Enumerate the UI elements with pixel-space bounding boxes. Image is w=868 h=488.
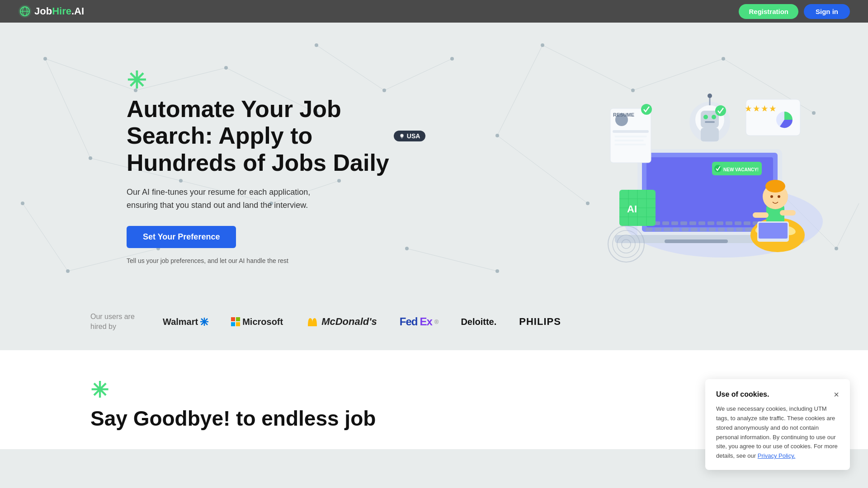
- signin-button[interactable]: Sign in: [804, 4, 850, 19]
- logo: JobHire.AI: [18, 5, 84, 18]
- svg-point-27: [89, 156, 92, 160]
- svg-rect-70: [673, 228, 679, 231]
- svg-point-46: [495, 269, 499, 273]
- walmart-star-icon: [200, 318, 208, 326]
- svg-point-35: [495, 134, 499, 137]
- navbar: JobHire.AI Registration Sign in: [0, 0, 868, 23]
- cookie-text: We use necessary cookies, including UTM …: [716, 404, 839, 461]
- asterisk-decoration: ✳: [127, 69, 425, 92]
- svg-rect-78: [745, 228, 752, 231]
- svg-rect-135: [236, 317, 240, 321]
- hero-title-text: Automate Your Job Search: Apply to Hundr…: [127, 96, 389, 177]
- logo-text: JobHire.AI: [34, 5, 84, 17]
- registration-button[interactable]: Registration: [739, 4, 798, 19]
- svg-line-19: [836, 203, 859, 249]
- svg-rect-68: [655, 228, 661, 231]
- svg-rect-136: [231, 322, 235, 326]
- svg-point-31: [541, 43, 544, 47]
- svg-point-123: [765, 180, 785, 192]
- svg-rect-64: [735, 221, 741, 225]
- svg-point-99: [641, 104, 652, 115]
- svg-point-88: [715, 105, 726, 116]
- svg-point-114: [608, 226, 644, 262]
- svg-rect-61: [708, 221, 714, 225]
- svg-text:NEW VACANCY!: NEW VACANCY!: [723, 167, 759, 172]
- svg-rect-56: [662, 221, 669, 225]
- brand-deloitte: Deloitte.: [461, 317, 496, 327]
- navbar-actions: Registration Sign in: [739, 4, 850, 19]
- svg-text:AI: AI: [627, 203, 637, 215]
- brand-fedex: FedEx®: [400, 315, 439, 328]
- privacy-policy-link[interactable]: Privacy Policy.: [758, 452, 796, 459]
- svg-rect-75: [718, 228, 725, 231]
- mcdonalds-logo-icon: [306, 316, 319, 327]
- svg-rect-77: [736, 228, 743, 231]
- svg-point-129: [778, 195, 780, 198]
- hero-content: ✳ Automate Your Job Search: Apply to Hun…: [127, 60, 425, 266]
- lower-title: Say Goodbye! to endless job: [90, 406, 778, 431]
- hero-hint: Tell us your job preferences, and let ou…: [127, 257, 288, 264]
- svg-rect-58: [680, 221, 687, 225]
- location-icon: [399, 133, 405, 139]
- svg-point-82: [703, 115, 708, 119]
- svg-rect-96: [614, 140, 644, 141]
- svg-point-90: [714, 165, 722, 172]
- set-preference-button[interactable]: Set Your Preference: [127, 226, 236, 248]
- hero-title: Automate Your Job Search: Apply to Hundr…: [127, 96, 425, 177]
- svg-point-38: [66, 269, 70, 273]
- svg-rect-71: [682, 228, 689, 231]
- svg-point-23: [43, 57, 47, 61]
- brands-label: Our users are hired by: [90, 312, 136, 332]
- svg-rect-69: [664, 228, 670, 231]
- svg-rect-84: [705, 121, 715, 123]
- svg-line-14: [497, 45, 542, 136]
- cookie-banner: Use of cookies. × We use necessary cooki…: [705, 379, 850, 470]
- svg-rect-134: [231, 317, 235, 321]
- svg-rect-97: [614, 144, 646, 145]
- svg-rect-72: [691, 228, 698, 231]
- brand-philips: PHILIPS: [519, 316, 561, 328]
- svg-rect-63: [726, 221, 732, 225]
- svg-line-16: [23, 203, 68, 271]
- svg-point-83: [712, 115, 716, 119]
- svg-point-86: [708, 94, 712, 98]
- microsoft-logo-icon: [231, 317, 240, 326]
- lower-asterisk-decoration: ✳: [90, 377, 778, 403]
- svg-rect-59: [689, 221, 696, 225]
- svg-point-41: [835, 247, 838, 250]
- brand-walmart: Walmart: [163, 317, 208, 327]
- svg-text:RESUME: RESUME: [613, 112, 634, 117]
- logo-icon: [18, 5, 32, 18]
- cookie-close-button[interactable]: ×: [834, 390, 839, 399]
- svg-rect-65: [744, 221, 750, 225]
- brand-microsoft: Microsoft: [231, 317, 283, 327]
- svg-rect-125: [759, 223, 788, 239]
- svg-rect-62: [717, 221, 723, 225]
- svg-rect-127: [780, 210, 796, 216]
- svg-rect-137: [236, 322, 240, 326]
- svg-rect-87: [701, 128, 719, 141]
- brand-mcdonalds: McDonald's: [306, 316, 377, 328]
- svg-point-115: [613, 230, 640, 258]
- svg-point-44: [450, 57, 454, 61]
- svg-point-37: [21, 202, 24, 205]
- svg-rect-73: [700, 228, 707, 231]
- svg-rect-74: [709, 228, 716, 231]
- svg-rect-95: [614, 136, 647, 137]
- svg-rect-52: [665, 239, 728, 243]
- svg-line-15: [497, 136, 588, 203]
- brands-section: Our users are hired by Walmart Microsoft: [0, 303, 868, 350]
- svg-line-4: [45, 59, 136, 90]
- svg-rect-94: [613, 130, 649, 133]
- brands-logos: Walmart Microsoft McDonald's: [163, 315, 561, 328]
- hero-section: ✳ Automate Your Job Search: Apply to Hun…: [0, 23, 868, 303]
- svg-point-128: [770, 195, 773, 198]
- cookie-title: Use of cookies.: [716, 390, 769, 399]
- cookie-header: Use of cookies. ×: [716, 390, 839, 399]
- hero-illustration: NEW VACANCY! RESUME: [579, 41, 832, 276]
- location-badge: USA: [394, 131, 426, 141]
- svg-rect-126: [753, 212, 769, 218]
- svg-rect-60: [698, 221, 705, 225]
- svg-rect-76: [727, 228, 734, 231]
- svg-rect-67: [646, 228, 652, 231]
